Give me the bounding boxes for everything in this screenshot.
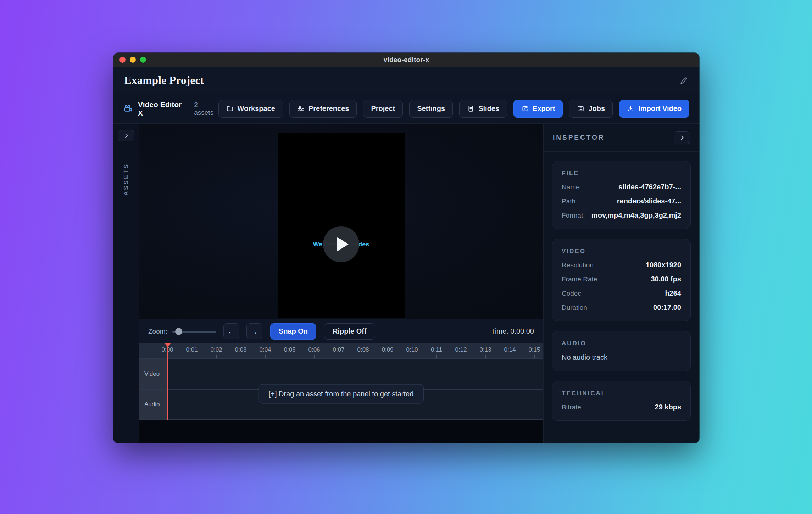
ruler-tick-label: 0:06 (308, 346, 320, 353)
ruler-tick-mark (339, 355, 339, 358)
resolution-row: Resolution 1080x1920 (562, 261, 681, 269)
inspector-title: INSPECTOR (553, 134, 605, 141)
main-area: ASSETS Welcome to Slides Zoom: (113, 124, 699, 443)
project-button[interactable]: Project (363, 100, 403, 118)
ruler-tick-mark (461, 355, 461, 358)
preferences-label: Preferences (308, 105, 349, 113)
audio-card-title: AUDIO (562, 340, 681, 347)
step-back-button[interactable]: ← (223, 323, 239, 339)
timeline-empty-hint: [+] Drag an asset from the panel to get … (259, 384, 424, 403)
expand-assets-button[interactable] (118, 130, 134, 141)
ruler-tick-label: 0:11 (431, 346, 442, 353)
codec-value: h264 (665, 289, 681, 297)
ruler-tick-mark (412, 355, 412, 358)
file-format-row: Format mov,mp4,m4a,3gp,3g2,mj2 (562, 211, 681, 219)
file-format-value: mov,mp4,m4a,3gp,3g2,mj2 (591, 211, 681, 219)
jobs-button[interactable]: Jobs (569, 100, 613, 118)
timeline-bottom-strip (139, 420, 543, 443)
workspace-button[interactable]: Workspace (218, 100, 283, 118)
import-video-button[interactable]: Import Video (619, 100, 689, 118)
pencil-icon (679, 76, 689, 85)
ruler-tick-label: 0:10 (406, 346, 418, 353)
editor-column: Welcome to Slides Zoom: ← → Snap On Ripp… (139, 124, 543, 443)
download-icon (627, 105, 634, 112)
inspector-cards: FILE Name slides-4762e7b7-... Path rende… (544, 152, 699, 430)
external-link-icon (521, 105, 529, 112)
timeline-body: 0:000:010:020:030:040:050:060:070:080:09… (139, 343, 543, 420)
file-name-row: Name slides-4762e7b7-... (562, 183, 681, 191)
assets-panel-tab[interactable]: ASSETS (123, 163, 130, 196)
ruler-tick-mark (363, 355, 363, 358)
timeline-controls: Zoom: ← → Snap On Ripple Off Time: 0:00.… (139, 319, 543, 343)
step-forward-button[interactable]: → (246, 323, 262, 339)
ruler-tick-label: 0:08 (357, 346, 369, 353)
ruler-ticks[interactable]: 0:000:010:020:030:040:050:060:070:080:09… (139, 343, 543, 358)
ruler-tick-label: 0:04 (259, 346, 271, 353)
slides-button[interactable]: Slides (459, 100, 507, 118)
technical-card: TECHNICAL Bitrate 29 kbps (552, 381, 691, 421)
playhead[interactable] (167, 343, 168, 420)
app-name: Video Editor X (138, 100, 187, 117)
bitrate-value: 29 kbps (655, 403, 681, 411)
zoom-label: Zoom: (148, 328, 167, 335)
folder-icon (226, 105, 234, 112)
audio-track-label: Audio (139, 390, 167, 419)
file-card-title: FILE (562, 170, 681, 177)
project-label: Project (371, 105, 395, 113)
edit-project-title-button[interactable] (679, 76, 689, 85)
file-path-row: Path renders/slides-47... (562, 197, 681, 205)
workspace-label: Workspace (238, 105, 275, 113)
ruler-tick-label: 0:07 (333, 346, 344, 353)
snap-toggle-button[interactable]: Snap On (270, 323, 316, 340)
window-title: video-editor-x (113, 56, 699, 64)
ruler-tick-mark (241, 355, 241, 358)
ruler-tick-label: 0:14 (504, 346, 516, 353)
ruler-tick-mark (265, 355, 266, 358)
ruler-tick-label: 0:01 (186, 346, 198, 353)
duration-label: Duration (562, 304, 587, 312)
document-icon (467, 105, 474, 112)
technical-card-title: TECHNICAL (562, 390, 681, 397)
ruler-tick-mark (510, 355, 510, 358)
ruler-tick-mark (485, 355, 486, 358)
duration-row: Duration 00:17.00 (562, 303, 681, 312)
audio-card: AUDIO No audio track (552, 331, 691, 371)
codec-row: Codec h264 (562, 289, 681, 297)
preferences-button[interactable]: Preferences (289, 100, 357, 118)
audio-empty-text: No audio track (562, 353, 681, 362)
assets-count: 2 assets (194, 101, 218, 117)
video-preview: Welcome to Slides (139, 124, 543, 319)
project-header: Example Project (113, 67, 699, 94)
jobs-label: Jobs (588, 105, 605, 113)
video-camera-icon (123, 104, 133, 113)
resolution-label: Resolution (562, 261, 594, 269)
play-icon (337, 237, 349, 251)
export-button[interactable]: Export (513, 100, 563, 118)
settings-button[interactable]: Settings (409, 100, 453, 118)
ruler-tick-mark (388, 355, 388, 358)
ruler-tick-label: 0:09 (382, 346, 393, 353)
app-brand: Video Editor X 2 assets (123, 100, 218, 117)
ruler-tick-label: 0:12 (455, 346, 467, 353)
ripple-toggle-button[interactable]: Ripple Off (324, 323, 375, 340)
file-format-label: Format (562, 212, 583, 219)
ruler-tick-mark (192, 355, 192, 358)
list-icon (577, 105, 584, 112)
zoom-slider-thumb[interactable] (175, 328, 182, 335)
export-label: Export (533, 105, 555, 113)
file-name-label: Name (562, 183, 580, 191)
ruler-tick-label: 0:05 (284, 346, 295, 353)
ruler-tick-mark (216, 355, 217, 358)
time-display: Time: 0:00.00 (491, 327, 534, 335)
chevron-right-icon (679, 135, 685, 141)
video-card: VIDEO Resolution 1080x1920 Frame Rate 30… (552, 239, 691, 321)
play-button[interactable] (323, 226, 359, 262)
slides-label: Slides (478, 105, 499, 113)
chevron-right-icon (123, 133, 129, 139)
collapse-inspector-button[interactable] (674, 131, 690, 144)
zoom-slider[interactable] (172, 328, 216, 335)
framerate-row: Frame Rate 30.00 fps (562, 275, 681, 283)
ruler-tick-label: 0:13 (479, 346, 491, 353)
ruler-tick-label: 0:02 (210, 346, 222, 353)
file-card: FILE Name slides-4762e7b7-... Path rende… (552, 161, 691, 229)
